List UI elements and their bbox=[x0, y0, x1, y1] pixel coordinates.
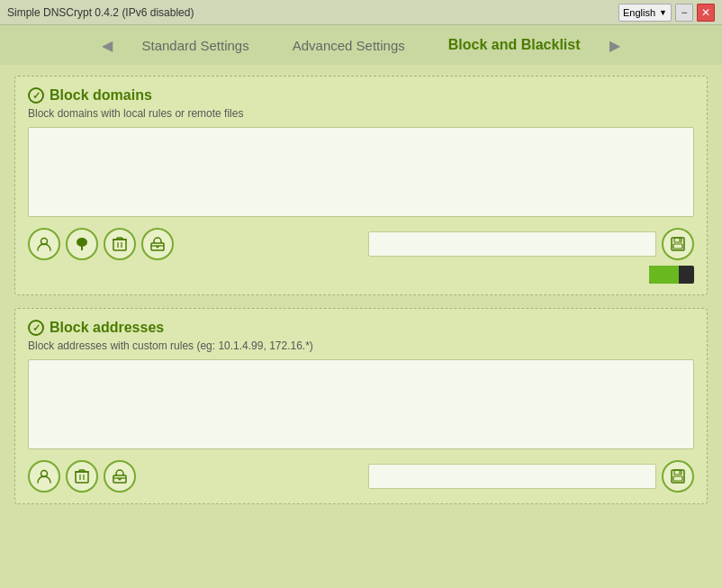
save-domains-button[interactable] bbox=[662, 228, 694, 260]
tree-icon bbox=[74, 236, 90, 252]
minimize-button[interactable]: − bbox=[675, 4, 693, 22]
block-domains-right-controls bbox=[368, 228, 694, 260]
block-addresses-check-icon: ✓ bbox=[28, 320, 44, 336]
block-addresses-icon-buttons bbox=[28, 460, 136, 493]
block-domains-textarea[interactable] bbox=[28, 127, 694, 217]
person-addr-icon bbox=[36, 468, 52, 484]
trash-icon bbox=[113, 236, 127, 252]
app-title: Simple DNSCrypt 0.4.2 (IPv6 disabled) bbox=[7, 6, 194, 19]
language-selector[interactable]: English ▼ bbox=[618, 4, 672, 22]
tab-advanced-settings[interactable]: Advanced Settings bbox=[271, 31, 427, 60]
svg-rect-2 bbox=[81, 246, 83, 250]
svg-rect-18 bbox=[113, 475, 126, 483]
block-domains-icon-buttons bbox=[28, 228, 174, 260]
save-addresses-button[interactable] bbox=[662, 460, 694, 493]
svg-rect-22 bbox=[673, 476, 682, 481]
dropdown-arrow-icon: ▼ bbox=[659, 8, 667, 17]
import-button[interactable] bbox=[141, 228, 174, 260]
main-content: ✓ Block domains Block domains with local… bbox=[0, 65, 722, 588]
delete-rule-button[interactable] bbox=[104, 228, 136, 260]
block-addresses-textarea[interactable] bbox=[28, 359, 694, 449]
block-domains-title: ✓ Block domains bbox=[28, 87, 694, 104]
tab-standard-settings[interactable]: Standard Settings bbox=[120, 31, 270, 60]
block-addresses-description: Block addresses with custom rules (eg: 1… bbox=[28, 339, 694, 352]
save-addr-icon bbox=[670, 468, 686, 484]
block-domains-description: Block domains with local rules or remote… bbox=[28, 107, 694, 120]
import-address-button[interactable] bbox=[104, 460, 136, 493]
svg-point-1 bbox=[77, 238, 87, 247]
svg-rect-14 bbox=[76, 472, 88, 483]
save-icon bbox=[670, 236, 686, 252]
block-domains-toolbar bbox=[28, 228, 694, 260]
title-bar: Simple DNSCrypt 0.4.2 (IPv6 disabled) En… bbox=[0, 0, 722, 25]
add-remote-rule-button[interactable] bbox=[66, 228, 98, 260]
block-addresses-right-controls bbox=[368, 460, 694, 493]
box-import-icon bbox=[149, 236, 166, 252]
trash-addr-icon bbox=[75, 468, 89, 484]
box-addr-import-icon bbox=[112, 468, 128, 484]
add-address-local-button[interactable] bbox=[28, 460, 60, 493]
block-domains-progress-bar bbox=[649, 266, 694, 284]
language-label: English bbox=[623, 7, 655, 18]
person-icon bbox=[36, 236, 52, 252]
nav-right-arrow[interactable]: ▶ bbox=[602, 37, 627, 54]
progress-bar-fill bbox=[649, 266, 679, 284]
block-domains-progress-row bbox=[28, 266, 694, 284]
tab-block-blacklist[interactable]: Block and Blacklist bbox=[427, 30, 602, 60]
svg-rect-3 bbox=[113, 240, 126, 250]
svg-rect-7 bbox=[151, 243, 164, 250]
block-domains-url-input[interactable] bbox=[368, 231, 656, 257]
block-addresses-section: ✓ Block addresses Block addresses with c… bbox=[14, 308, 708, 504]
window-controls: English ▼ − ✕ bbox=[618, 4, 715, 22]
block-domains-check-icon: ✓ bbox=[28, 87, 44, 104]
block-domains-section: ✓ Block domains Block domains with local… bbox=[14, 76, 708, 295]
svg-rect-11 bbox=[673, 244, 682, 249]
block-addresses-title: ✓ Block addresses bbox=[28, 320, 694, 336]
block-addresses-toolbar bbox=[28, 460, 694, 493]
block-addresses-url-input[interactable] bbox=[368, 464, 656, 489]
nav-left-arrow[interactable]: ◀ bbox=[95, 37, 120, 54]
delete-address-button[interactable] bbox=[66, 460, 98, 493]
close-button[interactable]: ✕ bbox=[697, 4, 715, 22]
navigation-tabs: ◀ Standard Settings Advanced Settings Bl… bbox=[0, 25, 722, 65]
add-local-rule-button[interactable] bbox=[28, 228, 60, 260]
